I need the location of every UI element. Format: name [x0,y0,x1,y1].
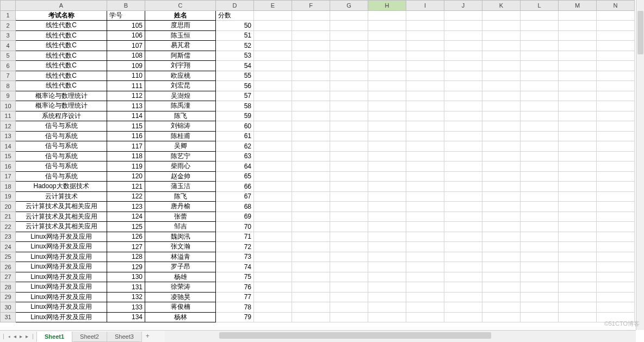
cell-N20[interactable] [597,202,635,212]
tab-next-icon[interactable]: ▸ [18,333,23,339]
cell-N31[interactable] [597,312,635,322]
cell-C12[interactable]: 刘锦涛 [145,121,216,132]
cell-K27[interactable] [482,272,521,282]
cell-L11[interactable] [521,111,559,121]
cell-A12[interactable]: 信号与系统 [16,121,107,132]
cell-H19[interactable] [368,191,406,202]
cell-N4[interactable] [597,41,635,51]
row-header-15[interactable]: 15 [1,151,16,161]
cell-E28[interactable] [254,282,292,293]
cell-F10[interactable] [292,101,330,111]
col-header-G[interactable]: G [330,1,368,11]
cell-K14[interactable] [482,141,521,152]
cell-B26[interactable]: 129 [107,262,145,272]
cell-M5[interactable] [559,51,597,61]
row-header-25[interactable]: 25 [1,252,16,262]
row-header-27[interactable]: 27 [1,272,16,282]
cell-D24[interactable]: 72 [216,242,254,252]
cell-H3[interactable] [368,30,406,41]
cell-G4[interactable] [330,41,368,51]
cell-H11[interactable] [368,111,406,121]
cell-L20[interactable] [521,202,559,212]
cell-G28[interactable] [330,282,368,293]
cell-J3[interactable] [444,30,482,41]
cell-C17[interactable]: 赵金帅 [145,171,216,182]
cell-B29[interactable]: 132 [107,292,145,302]
tab-first-icon[interactable]: ⎸◂ [2,333,11,340]
cell-B20[interactable]: 123 [107,202,145,212]
cell-M15[interactable] [559,151,597,161]
cell-I8[interactable] [406,81,444,91]
cell-C23[interactable]: 魏闵汛 [145,232,216,242]
cell-G27[interactable] [330,272,368,282]
cell-B28[interactable]: 131 [107,282,145,293]
cell-A6[interactable]: 线性代数C [16,61,107,71]
cell-K11[interactable] [482,111,521,121]
cell-C24[interactable]: 张文瀚 [145,242,216,252]
cell-E15[interactable] [254,151,292,161]
cell-H2[interactable] [368,21,406,31]
cell-G19[interactable] [330,191,368,202]
row-header-13[interactable]: 13 [1,131,16,141]
cell-K21[interactable] [482,212,521,222]
cell-L16[interactable] [521,161,559,172]
cell-D9[interactable]: 57 [216,91,254,101]
cell-D18[interactable]: 66 [216,182,254,192]
cell-I17[interactable] [406,171,444,182]
cell-A24[interactable]: Linux网络开发及应用 [16,242,107,252]
cell-A13[interactable]: 信号与系统 [16,131,107,141]
cell-A28[interactable]: Linux网络开发及应用 [16,282,107,293]
cell-C2[interactable]: 度思雨 [145,21,216,31]
cell-F12[interactable] [292,121,330,132]
cell-G13[interactable] [330,131,368,141]
cell-F8[interactable] [292,81,330,91]
cell-N27[interactable] [597,272,635,282]
cell-G26[interactable] [330,262,368,272]
cell-C18[interactable]: 蒲玉洁 [145,182,216,192]
select-all-corner[interactable] [1,1,16,11]
cell-N9[interactable] [597,91,635,101]
cell-M18[interactable] [559,182,597,192]
cell-K5[interactable] [482,51,521,61]
cell-G20[interactable] [330,202,368,212]
cell-E19[interactable] [254,191,292,202]
cell-G25[interactable] [330,252,368,262]
cell-D14[interactable]: 62 [216,141,254,152]
cell-A22[interactable]: 云计算技术及其相关应用 [16,222,107,232]
cell-C5[interactable]: 阿斯儒 [145,51,216,61]
cell-M16[interactable] [559,161,597,172]
cell-B16[interactable]: 119 [107,161,145,172]
cell-D11[interactable]: 59 [216,111,254,121]
cell-J9[interactable] [444,91,482,101]
cell-N26[interactable] [597,262,635,272]
cell-D10[interactable]: 58 [216,101,254,111]
cell-I30[interactable] [406,302,444,313]
cell-E31[interactable] [254,312,292,322]
cell-F18[interactable] [292,182,330,192]
cell-F22[interactable] [292,222,330,232]
cell-L15[interactable] [521,151,559,161]
cell-K22[interactable] [482,222,521,232]
cell-I1[interactable] [406,10,444,21]
cell-K20[interactable] [482,202,521,212]
cell-H15[interactable] [368,151,406,161]
cell-D29[interactable]: 77 [216,292,254,302]
col-header-A[interactable]: A [16,1,107,11]
col-header-B[interactable]: B [107,1,145,11]
cell-I19[interactable] [406,191,444,202]
cell-C4[interactable]: 易芃君 [145,41,216,51]
cell-J28[interactable] [444,282,482,293]
cell-B17[interactable]: 120 [107,171,145,182]
cell-K24[interactable] [482,242,521,252]
cell-B9[interactable]: 112 [107,91,145,101]
cell-N8[interactable] [597,81,635,91]
row-header-12[interactable]: 12 [1,121,16,132]
cell-J17[interactable] [444,171,482,182]
cell-E5[interactable] [254,51,292,61]
cell-M1[interactable] [559,10,597,21]
cell-K7[interactable] [482,71,521,81]
cell-A25[interactable]: Linux网络开发及应用 [16,252,107,262]
cell-E16[interactable] [254,161,292,172]
cell-J24[interactable] [444,242,482,252]
cell-N22[interactable] [597,222,635,232]
